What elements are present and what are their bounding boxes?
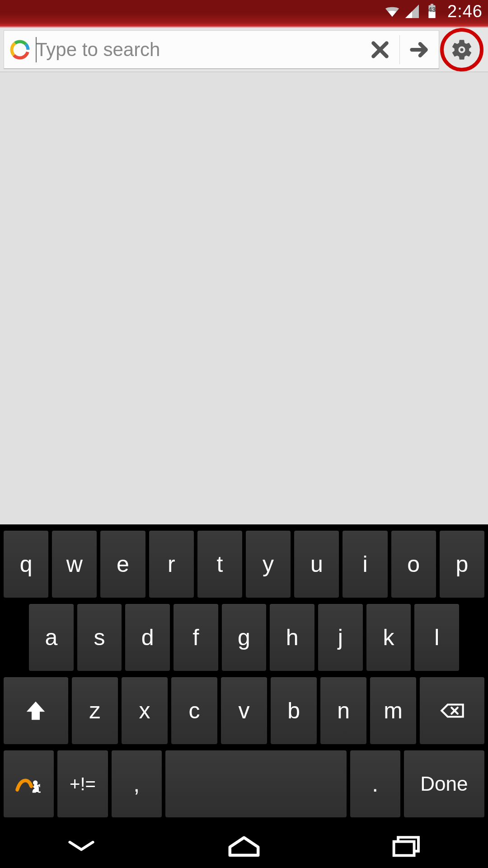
key-x[interactable]: x (122, 677, 168, 744)
text-cursor (36, 37, 37, 62)
arrow-right-icon (409, 40, 429, 60)
content-area (0, 72, 488, 524)
status-clock: 2:46 (447, 2, 483, 21)
key-swype[interactable] (4, 750, 54, 817)
keyboard-row-3: z x c v b n m (4, 677, 484, 744)
key-r[interactable]: r (149, 531, 194, 598)
key-f[interactable]: f (174, 604, 218, 671)
key-shift[interactable] (4, 677, 68, 744)
nav-back-button[interactable] (54, 832, 108, 859)
key-comma[interactable]: , (112, 750, 162, 817)
navigation-bar (0, 824, 488, 868)
key-j[interactable]: j (318, 604, 363, 671)
key-p[interactable]: p (440, 531, 484, 598)
status-bar: 43 2:46 (0, 0, 488, 23)
key-d[interactable]: d (125, 604, 170, 671)
clear-button[interactable] (361, 31, 399, 68)
status-icons: 43 (384, 3, 440, 19)
keyboard-row-4: +!= , . Done (4, 750, 484, 817)
header-gradient (0, 23, 488, 28)
recent-apps-icon (389, 834, 424, 858)
search-box (4, 30, 439, 69)
app-logo-icon (4, 39, 36, 61)
key-g[interactable]: g (222, 604, 267, 671)
keyboard-row-2: a s d f g h j k l (4, 604, 484, 671)
key-a[interactable]: a (29, 604, 74, 671)
key-backspace[interactable] (420, 677, 484, 744)
settings-button-wrap (439, 28, 484, 71)
shift-up-arrow-icon (23, 698, 48, 723)
key-done[interactable]: Done (404, 750, 484, 817)
key-c[interactable]: c (171, 677, 217, 744)
key-w[interactable]: w (52, 531, 97, 598)
search-input[interactable] (36, 31, 361, 68)
battery-percent-label: 43 (424, 5, 440, 13)
key-h[interactable]: h (270, 604, 314, 671)
search-row (0, 28, 488, 71)
home-outline-icon (226, 834, 262, 858)
key-b[interactable]: b (271, 677, 317, 744)
key-s[interactable]: s (77, 604, 122, 671)
key-u[interactable]: u (294, 531, 339, 598)
svg-point-8 (33, 780, 38, 785)
key-v[interactable]: v (221, 677, 267, 744)
key-o[interactable]: o (391, 531, 436, 598)
cellular-signal-icon (404, 3, 420, 19)
close-x-icon (370, 40, 390, 60)
svg-rect-9 (394, 842, 414, 856)
backspace-icon (440, 698, 465, 723)
go-button[interactable] (400, 31, 439, 68)
key-e[interactable]: e (100, 531, 145, 598)
key-t[interactable]: t (197, 531, 242, 598)
key-n[interactable]: n (320, 677, 366, 744)
search-input-wrap[interactable] (36, 31, 361, 68)
key-k[interactable]: k (366, 604, 411, 671)
key-y[interactable]: y (246, 531, 291, 598)
highlight-circle (440, 28, 483, 71)
nav-recent-button[interactable] (380, 832, 434, 859)
swype-icon (15, 773, 43, 795)
battery-icon: 43 (424, 3, 440, 19)
key-space[interactable] (165, 750, 347, 817)
key-q[interactable]: q (4, 531, 48, 598)
key-l[interactable]: l (414, 604, 459, 671)
key-i[interactable]: i (343, 531, 387, 598)
key-period[interactable]: . (350, 750, 400, 817)
key-m[interactable]: m (370, 677, 416, 744)
key-z[interactable]: z (72, 677, 118, 744)
keyboard: q w e r t y u i o p a s d f g h j k l z … (0, 524, 488, 824)
keyboard-row-1: q w e r t y u i o p (4, 531, 484, 598)
chevron-down-icon (66, 837, 97, 855)
wifi-icon (384, 3, 400, 19)
nav-home-button[interactable] (217, 832, 271, 859)
key-symbols[interactable]: +!= (57, 750, 108, 817)
